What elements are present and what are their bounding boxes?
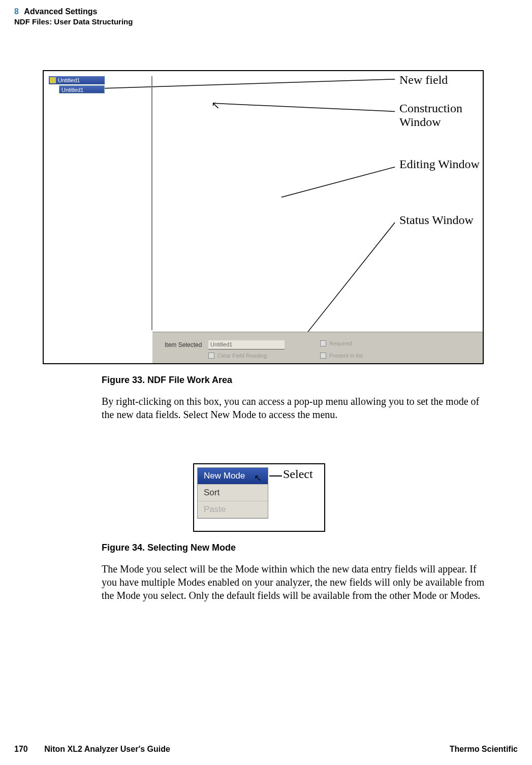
brand-name: Thermo Scientific [450,745,518,754]
cursor-icon: ↖ [254,472,262,484]
page-number: 170 [14,745,28,753]
figure-33-frame: Untitled1 Untitled1 ↖ Item Selected Unti… [43,70,484,364]
chapter-title: Advanced Settings [24,7,97,16]
figure-34-caption: Figure 34. Selecting New Mode [102,543,488,553]
callout-select: Select [283,467,313,481]
chk-clear-label: Clear Field Reading [217,353,267,359]
checkbox-clear-field[interactable] [208,353,214,359]
svg-line-0 [105,79,395,88]
checkbox-required[interactable] [320,340,326,346]
tree-root-label: Untitled1 [58,77,80,83]
section-title: NDF Files: User Data Structuring [14,17,532,26]
callout-new-field: New field [399,73,448,87]
page-footer: 170 Niton XL2 Analyzer User's Guide Ther… [14,745,518,754]
svg-line-1 [216,104,395,112]
tree-child-item[interactable]: Untitled1 [59,85,105,93]
tree-root-item[interactable]: Untitled1 [49,76,105,84]
status-field[interactable]: Untitled1 [208,340,285,349]
status-bar: Item Selected Untitled1 Clear Field Read… [152,332,483,363]
checkbox-present[interactable] [320,353,326,359]
menu-item-sort[interactable]: Sort [198,485,268,501]
folder-icon [50,77,56,83]
callout-editing: Editing Window [399,157,481,171]
callout-construction: Construction Window [399,102,481,129]
chapter-number: 8 [14,7,19,16]
figure-33-caption: Figure 33. NDF File Work Area [102,375,488,386]
svg-line-2 [281,167,395,198]
tree-child-label: Untitled1 [61,87,83,93]
paragraph-2: The Mode you select will be the Mode wit… [102,562,488,602]
callout-line [269,475,282,476]
guide-title: Niton XL2 Analyzer User's Guide [44,745,170,753]
status-label: Item Selected [165,341,202,348]
figure-34-frame: New Mode Sort Paste ↖ Select [193,463,325,532]
chk-present-label: Present in list [329,353,363,359]
paragraph-1: By right-clicking on this box, you can a… [102,395,488,421]
callout-status: Status Window [399,213,481,227]
cursor-icon: ↖ [211,99,220,111]
svg-line-3 [306,222,395,333]
menu-item-paste: Paste [198,501,268,518]
chk-required-label: Required [329,340,352,346]
pane-divider [151,76,152,330]
page-header: 8 Advanced Settings NDF Files: User Data… [0,0,532,26]
